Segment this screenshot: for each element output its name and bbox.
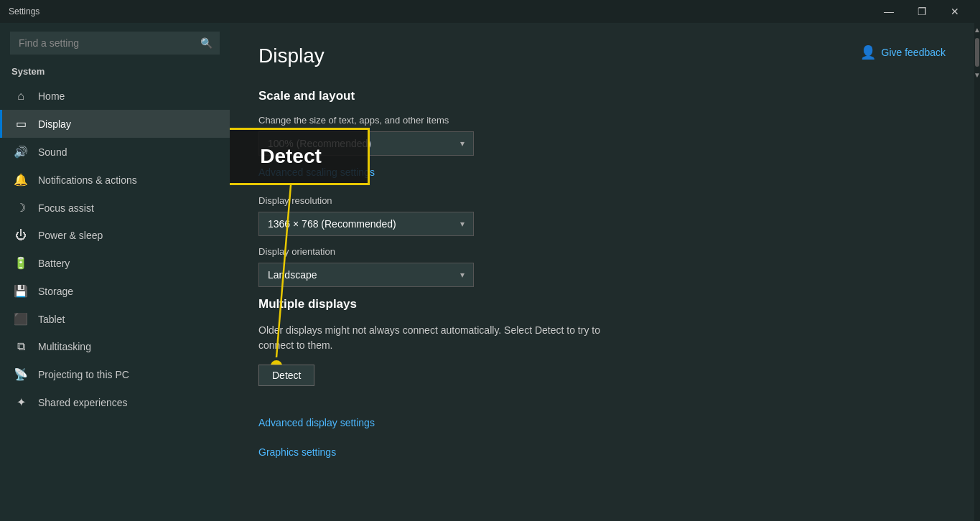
graphics-settings-link[interactable]: Graphics settings (258, 446, 336, 458)
sidebar-item-label: Shared experiences (38, 397, 218, 408)
scale-layout-section: Scale and layout Change the size of text… (258, 89, 946, 287)
scale-dropdown[interactable]: 100% (Recommended) ▾ (258, 131, 474, 156)
scale-label: Change the size of text, apps, and other… (258, 115, 946, 126)
sidebar-item-label: Battery (38, 258, 218, 269)
shared-icon: ✦ (14, 395, 28, 409)
tablet-icon: ⬛ (14, 312, 28, 326)
resolution-label: Display resolution (258, 195, 946, 206)
sidebar-item-focus-assist[interactable]: ☽ Focus assist (0, 194, 230, 222)
sidebar-item-label: Sound (38, 146, 218, 158)
main-layout: 🔍 System ⌂ Home ▭ Display 🔊 Sound 🔔 Noti… (0, 23, 980, 521)
sidebar-item-storage[interactable]: 💾 Storage (0, 277, 230, 305)
multiple-displays-section: Multiple displays Older displays might n… (258, 297, 946, 475)
content-area: 👤 Give feedback Display Scale and layout… (230, 23, 974, 521)
sidebar-item-battery[interactable]: 🔋 Battery (0, 249, 230, 277)
feedback-label: Give feedback (882, 47, 946, 58)
search-icon: 🔍 (200, 37, 213, 49)
multiple-displays-title: Multiple displays (258, 297, 946, 311)
focus-icon: ☽ (14, 201, 28, 215)
sidebar-item-label: Display (38, 118, 218, 130)
orientation-value: Landscape (268, 269, 317, 281)
chevron-down-icon: ▾ (460, 270, 465, 280)
sidebar-item-home[interactable]: ⌂ Home (0, 83, 230, 110)
display-icon: ▭ (14, 117, 28, 131)
multiple-displays-description: Older displays might not always connect … (258, 323, 632, 353)
sidebar-item-tablet[interactable]: ⬛ Tablet (0, 305, 230, 333)
sidebar-item-label: Storage (38, 286, 218, 297)
app-title: Settings (9, 6, 39, 17)
sidebar-item-shared[interactable]: ✦ Shared experiences (0, 388, 230, 416)
sidebar-item-label: Multitasking (38, 341, 218, 352)
detect-button[interactable]: Detect (258, 365, 314, 386)
sidebar-item-sound[interactable]: 🔊 Sound (0, 138, 230, 166)
feedback-icon: 👤 (860, 44, 876, 60)
search-input[interactable] (10, 32, 220, 55)
search-container: 🔍 (10, 32, 220, 55)
projecting-icon: 📡 (14, 367, 28, 381)
sidebar-item-label: Notifications & actions (38, 174, 218, 186)
sidebar-item-label: Projecting to this PC (38, 369, 218, 380)
minimize-button[interactable]: — (872, 0, 905, 23)
maximize-button[interactable]: ❐ (905, 0, 938, 23)
detect-container: Detect Detect (258, 365, 314, 403)
battery-icon: 🔋 (14, 256, 28, 270)
sidebar-item-projecting[interactable]: 📡 Projecting to this PC (0, 360, 230, 388)
chevron-down-icon: ▾ (460, 219, 465, 229)
sidebar-item-label: Focus assist (38, 202, 218, 214)
notifications-icon: 🔔 (14, 173, 28, 187)
resolution-dropdown[interactable]: 1366 × 768 (Recommended) ▾ (258, 212, 474, 236)
home-icon: ⌂ (14, 90, 28, 103)
titlebar: Settings — ❐ ✕ (0, 0, 980, 23)
scrollbar: ▲ ▼ (974, 23, 980, 521)
scale-value: 100% (Recommended) (268, 138, 371, 149)
sound-icon: 🔊 (14, 145, 28, 159)
scale-section-title: Scale and layout (258, 89, 946, 103)
multitasking-icon: ⧉ (14, 340, 28, 353)
resolution-value: 1366 × 768 (Recommended) (268, 218, 396, 230)
system-label: System (0, 63, 230, 83)
orientation-dropdown[interactable]: Landscape ▾ (258, 263, 474, 287)
sidebar-item-label: Home (38, 90, 218, 102)
sidebar-item-display[interactable]: ▭ Display (0, 110, 230, 138)
sidebar: 🔍 System ⌂ Home ▭ Display 🔊 Sound 🔔 Noti… (0, 23, 230, 521)
advanced-display-link[interactable]: Advanced display settings (258, 417, 375, 428)
power-icon: ⏻ (14, 229, 28, 242)
sidebar-item-power-sleep[interactable]: ⏻ Power & sleep (0, 222, 230, 249)
storage-icon: 💾 (14, 284, 28, 298)
feedback-button[interactable]: 👤 Give feedback (860, 44, 946, 60)
close-button[interactable]: ✕ (938, 0, 971, 23)
advanced-scaling-link[interactable]: Advanced scaling settings (258, 166, 375, 178)
scrollbar-thumb[interactable] (975, 38, 979, 67)
chevron-down-icon: ▾ (460, 139, 465, 149)
sidebar-item-label: Tablet (38, 314, 218, 325)
orientation-label: Display orientation (258, 246, 946, 257)
window-controls: — ❐ ✕ (872, 0, 971, 23)
sidebar-item-notifications[interactable]: 🔔 Notifications & actions (0, 166, 230, 194)
sidebar-item-multitasking[interactable]: ⧉ Multitasking (0, 333, 230, 360)
sidebar-item-label: Power & sleep (38, 230, 218, 241)
page-title: Display (258, 44, 946, 67)
